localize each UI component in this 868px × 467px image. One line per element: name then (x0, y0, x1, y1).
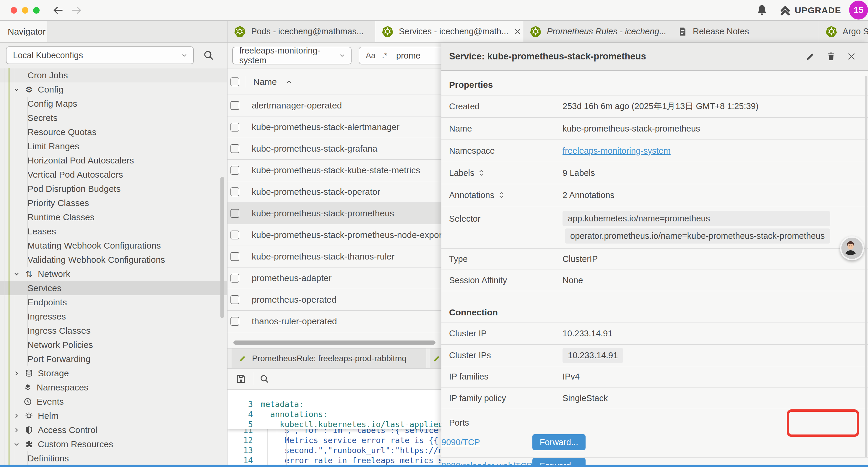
back-arrow-icon[interactable] (53, 5, 64, 16)
tab-release-notes[interactable]: Release Notes (671, 21, 819, 42)
sidebar-group-config[interactable]: ⚙ Config (0, 83, 227, 97)
table-row[interactable]: thanos-ruler-operated (227, 311, 441, 332)
table-row[interactable]: kube-prometheus-stack-prometheus-node-ex… (227, 224, 441, 246)
sidebar-item-ingresses[interactable]: Ingresses (0, 310, 227, 324)
name-column-header[interactable]: Name (253, 77, 277, 87)
table-row[interactable]: kube-prometheus-stack-grafana (227, 138, 441, 159)
row-checkbox[interactable] (230, 231, 239, 239)
forward-button-9090[interactable]: Forward... (532, 434, 586, 450)
sidebar-item-horizontal-pod-autoscalers[interactable]: Horizontal Pod Autoscalers (0, 153, 227, 168)
select-all-checkbox[interactable] (230, 78, 239, 86)
table-row[interactable]: prometheus-adapter (227, 267, 441, 289)
row-checkbox[interactable] (230, 187, 239, 196)
close-panel-icon[interactable] (847, 52, 856, 61)
editor-tab-prometheusrule[interactable]: PrometheusRule: freeleaps-prod-rabbitmq (231, 348, 426, 368)
sidebar-item-namespaces[interactable]: Namespaces (0, 380, 227, 395)
search-icon[interactable] (259, 374, 270, 384)
table-row[interactable]: prometheus-operated (227, 289, 441, 311)
edit-pencil-icon[interactable] (805, 52, 815, 61)
tab-pods[interactable]: Pods - icecheng@mathmas... (227, 21, 375, 42)
table-row[interactable]: kube-prometheus-stack-thanos-ruler (227, 246, 441, 267)
sidebar-item-pod-disruption-budgets[interactable]: Pod Disruption Budgets (0, 182, 227, 196)
sidebar-item-config-maps[interactable]: Config Maps (0, 97, 227, 111)
tab-prometheus-rules[interactable]: Prometheus Rules - icecheng... (523, 21, 671, 42)
row-checkbox[interactable] (230, 166, 239, 175)
sidebar-item-events[interactable]: Events (0, 395, 227, 409)
sidebar-group-access-control[interactable]: Access Control (0, 423, 227, 437)
editor-tab-next[interactable] (430, 348, 441, 368)
sidebar-group-network[interactable]: ⇅ Network (0, 267, 227, 281)
sidebar-item-resource-quotas[interactable]: Resource Quotas (0, 125, 227, 139)
property-row-ip-family-policy: IP family policy SingleStack (441, 387, 868, 409)
close-tab-icon[interactable] (514, 28, 522, 35)
navigator-tab[interactable]: Navigator (0, 21, 47, 42)
yaml-editor[interactable]: 3metadata: 4 annotations: 5 kubectl.kube… (227, 389, 441, 467)
table-row[interactable]: kube-prometheus-stack-operator (227, 181, 441, 203)
selector-chip: app.kubernetes.io/name=prometheus (562, 211, 830, 226)
port-link-9090[interactable]: 9090/TCP (441, 437, 480, 447)
row-checkbox[interactable] (230, 295, 239, 304)
horizontal-scrollbar[interactable] (234, 341, 435, 345)
forward-arrow-icon[interactable] (71, 5, 82, 16)
sidebar-item-validating-webhook-configurations[interactable]: Validating Webhook Configurations (0, 253, 227, 267)
filter-input[interactable]: Aa .* prome (359, 47, 441, 64)
row-checkbox[interactable] (230, 144, 239, 153)
notification-count-badge[interactable]: 15 (849, 1, 868, 20)
sidebar-item-network-policies[interactable]: Network Policies (0, 338, 227, 352)
sidebar-item-ingress-classes[interactable]: Ingress Classes (0, 324, 227, 338)
tab-argo[interactable]: Argo Se (819, 21, 868, 42)
sidebar-item-mutating-webhook-configurations[interactable]: Mutating Webhook Configurations (0, 238, 227, 253)
sidebar-group-custom-resources[interactable]: Custom Resources (0, 437, 227, 451)
delete-trash-icon[interactable] (826, 52, 836, 61)
tab-label: Argo Se (843, 27, 868, 36)
match-case-toggle[interactable]: Aa (366, 51, 375, 60)
property-row-created: Created 253d 16h 6m ago (2025年1月13日 GMT+… (441, 95, 868, 117)
notifications-bell-icon[interactable] (756, 4, 768, 16)
navigator-sidebar: Local Kubeconfigs Cron Jobs ⚙ Config (0, 42, 227, 467)
search-icon[interactable] (203, 49, 215, 61)
close-window-button[interactable] (11, 7, 17, 13)
row-checkbox[interactable] (230, 209, 239, 218)
sidebar-group-storage[interactable]: Storage (0, 366, 227, 380)
row-checkbox[interactable] (230, 317, 239, 326)
zoom-window-button[interactable] (33, 7, 39, 13)
expand-collapse-icon[interactable] (478, 169, 484, 177)
table-row[interactable]: kube-prometheus-stack-kube-state-metrics (227, 159, 441, 181)
minimize-window-button[interactable] (22, 7, 28, 13)
chevron-down-icon (339, 52, 346, 59)
sidebar-item-runtime-classes[interactable]: Runtime Classes (0, 210, 227, 224)
row-checkbox[interactable] (230, 274, 239, 283)
runbook-url-link[interactable]: https://net (400, 446, 441, 455)
table-row-selected[interactable]: kube-prometheus-stack-prometheus (227, 203, 441, 224)
sidebar-item-priority-classes[interactable]: Priority Classes (0, 196, 227, 210)
sidebar-item-leases[interactable]: Leases (0, 224, 227, 238)
sidebar-group-helm[interactable]: Helm (0, 409, 227, 423)
sidebar-item-limit-ranges[interactable]: Limit Ranges (0, 139, 227, 153)
upgrade-button[interactable]: UPGRADE (779, 0, 841, 20)
sidebar-item-vertical-pod-autoscalers[interactable]: Vertical Pod Autoscalers (0, 168, 227, 182)
row-checkbox[interactable] (230, 252, 239, 261)
avatar[interactable] (840, 236, 864, 260)
sort-ascending-icon[interactable] (285, 78, 293, 86)
namespace-link[interactable]: freeleaps-monitoring-system (562, 146, 671, 155)
row-checkbox[interactable] (230, 101, 239, 110)
save-icon[interactable] (235, 373, 246, 384)
table-row[interactable]: alertmanager-operated (227, 95, 441, 116)
tab-services[interactable]: Services - icecheng@math... (375, 21, 523, 42)
sidebar-scrollbar[interactable] (220, 177, 224, 318)
sidebar-item-cron-jobs[interactable]: Cron Jobs (0, 68, 227, 83)
sidebar-item-port-forwarding[interactable]: Port Forwarding (0, 352, 227, 366)
kubeconfig-select[interactable]: Local Kubeconfigs (6, 47, 194, 64)
sidebar-item-definitions[interactable]: Definitions (0, 451, 227, 466)
namespace-select[interactable]: freeleaps-monitoring-system (232, 47, 351, 64)
regex-toggle[interactable]: .* (382, 51, 387, 60)
table-row[interactable]: kube-prometheus-stack-alertmanager (227, 116, 441, 138)
sidebar-item-secrets[interactable]: Secrets (0, 111, 227, 125)
window-titlebar: UPGRADE 15 (0, 0, 868, 21)
service-detail-panel: Service: kube-prometheus-stack-prometheu… (441, 42, 868, 467)
sidebar-item-endpoints[interactable]: Endpoints (0, 295, 227, 310)
sidebar-item-services[interactable]: Services (0, 281, 227, 295)
row-checkbox[interactable] (230, 123, 239, 132)
expand-collapse-icon[interactable] (498, 191, 504, 200)
panel-scrollbar[interactable] (865, 76, 867, 457)
